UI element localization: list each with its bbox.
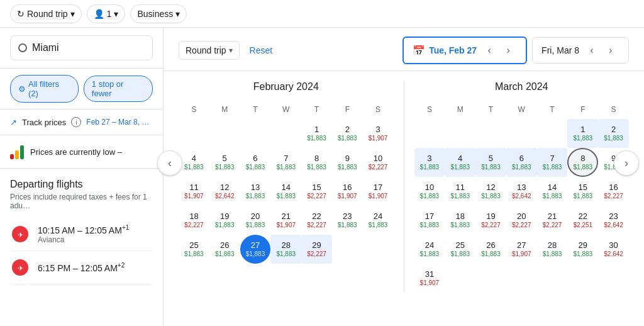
flight-item-1[interactable]: ✈ 10:15 AM – 12:05 AM+1 Avianca bbox=[10, 218, 153, 251]
depart-next-button[interactable]: › bbox=[499, 42, 517, 59]
calendar-day[interactable]: 11$1,907 bbox=[179, 177, 209, 206]
calendar-day[interactable]: 30$2,642 bbox=[598, 235, 629, 264]
calendar-day[interactable]: 14$1,883 bbox=[537, 177, 568, 206]
day-number: 13 bbox=[251, 183, 260, 193]
day-number: 20 bbox=[517, 211, 526, 222]
trip-type-label: Round trip bbox=[27, 9, 68, 19]
track-info-icon[interactable]: i bbox=[71, 117, 81, 127]
calendar-day[interactable]: 24$1,883 bbox=[363, 206, 394, 235]
calendar-day[interactable]: 6$1,883 bbox=[506, 148, 537, 177]
calendar-day[interactable]: 1$1,883 bbox=[567, 119, 598, 148]
calendar-day[interactable]: 17$1,883 bbox=[414, 206, 445, 235]
passengers-button[interactable]: 👤 1 ▾ bbox=[87, 4, 126, 23]
day-number: 22 bbox=[579, 211, 587, 222]
calendar-day[interactable]: 12$1,883 bbox=[475, 177, 506, 206]
calendar-day[interactable]: 3$1,907 bbox=[363, 119, 394, 148]
trip-type-button[interactable]: ↻ Round trip ▾ bbox=[10, 4, 82, 23]
origin-field[interactable]: Miami bbox=[10, 35, 153, 60]
empty-day bbox=[537, 119, 568, 148]
calendar-day[interactable]: 2$1,883 bbox=[598, 119, 629, 148]
reset-button[interactable]: Reset bbox=[250, 45, 273, 55]
day-price: $1,883 bbox=[184, 164, 204, 171]
day-number: 15 bbox=[579, 183, 587, 193]
calendar-day[interactable]: 6$1,883 bbox=[240, 148, 271, 177]
calendar-day[interactable]: 11$1,883 bbox=[445, 177, 475, 206]
calendar-day[interactable]: 10$2,227 bbox=[363, 148, 394, 177]
calendar-day[interactable]: 2$1,883 bbox=[332, 119, 363, 148]
calendar-day[interactable]: 29$1,883 bbox=[567, 235, 598, 264]
calendar-day[interactable]: 21$1,907 bbox=[270, 206, 301, 235]
calendar-day[interactable]: 7$1,883 bbox=[537, 148, 568, 177]
return-date-picker[interactable]: Fri, Mar 8 ‹ › bbox=[532, 37, 629, 64]
flight-item-2[interactable]: ✈ 6:15 PM – 12:05 AM+2 bbox=[10, 251, 153, 284]
calendar-day[interactable]: 15$2,227 bbox=[301, 177, 332, 206]
all-filters-button[interactable]: ⚙ All filters (2) bbox=[10, 75, 79, 103]
calendar-day[interactable]: 21$2,227 bbox=[537, 206, 568, 235]
calendar-day[interactable]: 14$1,883 bbox=[270, 177, 301, 206]
calendar-day[interactable]: 4$1,883 bbox=[445, 148, 475, 177]
calendar-day[interactable]: 23$2,642 bbox=[598, 206, 629, 235]
calendar-day[interactable]: 27$1,883 bbox=[240, 235, 271, 264]
calendar-day[interactable]: 22$2,251 bbox=[567, 206, 598, 235]
day-number: 25 bbox=[455, 240, 464, 250]
origin-value: Miami bbox=[32, 42, 59, 53]
cabin-button[interactable]: Business ▾ bbox=[130, 4, 187, 23]
calendar-day[interactable]: 19$2,227 bbox=[475, 206, 506, 235]
calendar-day[interactable]: 16$1,907 bbox=[332, 177, 363, 206]
calendar-day[interactable]: 7$1,883 bbox=[270, 148, 301, 177]
calendar-day[interactable]: 25$1,883 bbox=[445, 235, 475, 264]
calendar-day[interactable]: 18$2,227 bbox=[179, 206, 209, 235]
day-price: $2,227 bbox=[184, 222, 204, 229]
calendar-day[interactable]: 29$2,227 bbox=[301, 235, 332, 264]
calendar-day[interactable]: 28$1,883 bbox=[270, 235, 301, 264]
calendar-day[interactable]: 9$1,883 bbox=[332, 148, 363, 177]
calendar-day[interactable]: 8$1,883 bbox=[567, 148, 598, 177]
calendar-day[interactable]: 24$1,883 bbox=[414, 235, 445, 264]
calendar-day[interactable]: 3$1,883 bbox=[414, 148, 445, 177]
calendar-day[interactable]: 31$1,907 bbox=[414, 264, 445, 293]
calendar-day[interactable]: 16$2,227 bbox=[598, 177, 629, 206]
calendar-day[interactable]: 15$1,883 bbox=[567, 177, 598, 206]
calendar-day[interactable]: 8$1,883 bbox=[301, 148, 332, 177]
calendar-day[interactable]: 26$1,883 bbox=[475, 235, 506, 264]
calendar-day[interactable]: 5$1,883 bbox=[475, 148, 506, 177]
day-price: $2,227 bbox=[512, 222, 531, 229]
return-next-button[interactable]: › bbox=[602, 42, 619, 59]
day-price: $1,883 bbox=[246, 164, 265, 171]
day-number: 3 bbox=[427, 154, 431, 164]
calendar-day[interactable]: 13$1,883 bbox=[240, 177, 271, 206]
calendar-day[interactable]: 20$2,227 bbox=[506, 206, 537, 235]
calendar-day[interactable]: 20$1,883 bbox=[240, 206, 271, 235]
day-number: 27 bbox=[517, 240, 526, 250]
calendar-day[interactable]: 10$1,883 bbox=[414, 177, 445, 206]
calendar-day[interactable]: 23$1,883 bbox=[332, 206, 363, 235]
calendar-day[interactable]: 5$1,883 bbox=[209, 148, 240, 177]
stop-filter-chip[interactable]: 1 stop or fewer bbox=[84, 76, 153, 102]
calendar-day[interactable]: 25$1,883 bbox=[179, 235, 209, 264]
depart-prev-button[interactable]: ‹ bbox=[480, 42, 498, 59]
day-number: 23 bbox=[609, 211, 618, 222]
calendar-day[interactable]: 12$2,642 bbox=[209, 177, 240, 206]
calendar-day[interactable]: 17$1,907 bbox=[363, 177, 394, 206]
prev-arrow[interactable]: ‹ bbox=[157, 150, 182, 176]
calendar-day[interactable]: 28$1,883 bbox=[537, 235, 568, 264]
passengers-count: 1 bbox=[107, 9, 112, 19]
calendar-round-trip[interactable]: Round trip ▾ bbox=[179, 41, 240, 60]
day-number: 1 bbox=[580, 125, 585, 135]
return-prev-button[interactable]: ‹ bbox=[583, 42, 601, 59]
calendar-day[interactable]: 22$2,227 bbox=[301, 206, 332, 235]
calendar-day[interactable]: 4$1,883 bbox=[179, 148, 209, 177]
calendar-day[interactable]: 19$1,883 bbox=[209, 206, 240, 235]
calendar-day[interactable]: 18$1,883 bbox=[445, 206, 475, 235]
calendar-day[interactable]: 13$2,642 bbox=[506, 177, 537, 206]
day-price: $1,883 bbox=[574, 135, 593, 142]
day-number: 12 bbox=[486, 183, 495, 193]
depart-date-picker[interactable]: 📅 Tue, Feb 27 ‹ › bbox=[402, 37, 527, 64]
next-arrow[interactable]: › bbox=[614, 150, 639, 176]
calendar-day[interactable]: 27$1,907 bbox=[506, 235, 537, 264]
day-price: $1,883 bbox=[543, 193, 562, 200]
calendar-day[interactable]: 26$1,883 bbox=[209, 235, 240, 264]
calendar-day[interactable]: 1$1,883 bbox=[301, 119, 332, 148]
day-price: $1,883 bbox=[512, 164, 531, 171]
day-number: 30 bbox=[609, 240, 618, 250]
